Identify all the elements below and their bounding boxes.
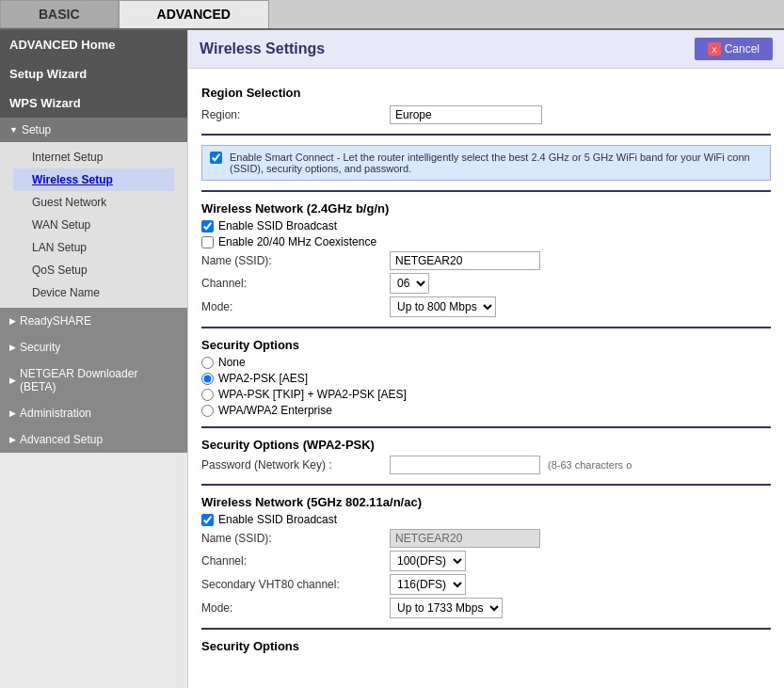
enable-2040-checkbox[interactable] [201,236,214,248]
sidebar-setup-group[interactable]: ▼ Setup [0,118,187,142]
content-area: Region Selection Region: Enable Smart Co… [188,69,784,666]
ssid-24-input[interactable] [390,251,540,270]
cancel-label: Cancel [725,42,760,56]
sidebar-setup-label: Setup [22,123,51,136]
channel-5g-label: Channel: [201,554,390,568]
security-combo-row: WPA-PSK [TKIP] + WPA2-PSK [AES] [201,388,771,401]
main-header: Wireless Settings x Cancel [188,30,784,69]
sidebar-netgear-downloader[interactable]: ▶ NETGEAR Downloader(BETA) [0,360,187,400]
ssid-5g-label: Name (SSID): [201,532,390,545]
smart-connect-row: Enable Smart Connect - Let the router in… [201,145,771,181]
sidebar-netgear-label: NETGEAR Downloader(BETA) [20,367,137,393]
sidebar-internet-setup[interactable]: Internet Setup [13,146,174,168]
sidebar-wan-setup[interactable]: WAN Setup [13,214,174,236]
enable-ssid-5g-label: Enable SSID Broadcast [218,513,337,526]
security-none-row: None [201,356,771,369]
enable-ssid-24-checkbox[interactable] [201,220,214,232]
mode-24-row: Mode: Up to 800 Mbps [201,296,771,317]
cancel-x-icon: x [708,42,721,56]
channel-24-select[interactable]: 06 [390,273,429,294]
secondary-vht80-row: Secondary VHT80 channel: 116(DFS) [201,574,771,595]
channel-5g-select[interactable]: 100(DFS) [390,551,466,571]
enable-ssid-24-row: Enable SSID Broadcast [201,219,771,232]
smart-connect-checkbox[interactable] [210,152,222,164]
secondary-vht80-label: Secondary VHT80 channel: [201,578,390,591]
ssid-24-label: Name (SSID): [201,254,390,267]
sidebar-setup-links: Internet Setup Wireless Setup Guest Netw… [0,142,187,308]
security-combo-radio[interactable] [201,389,214,401]
sidebar-wireless-setup[interactable]: Wireless Setup [13,168,174,191]
channel-24-label: Channel: [201,277,390,290]
enable-ssid-5g-checkbox[interactable] [201,514,214,526]
enable-ssid-24-label: Enable SSID Broadcast [218,219,337,232]
advanced-setup-triangle-icon: ▶ [9,435,16,444]
security-none-radio[interactable] [201,357,214,369]
security-options-title: Security Options [201,338,771,352]
security-enterprise-row: WPA/WPA2 Enterprise [201,404,771,417]
enable-2040-label: Enable 20/40 MHz Coexistence [218,235,376,248]
smart-connect-text: Enable Smart Connect - Let the router in… [230,152,762,174]
main-content: Wireless Settings x Cancel Region Select… [188,30,784,688]
mode-24-label: Mode: [201,300,390,313]
divider-4 [201,426,771,428]
region-label: Region: [201,108,390,121]
sidebar-setup-wizard[interactable]: Setup Wizard [0,59,187,88]
mode-5g-row: Mode: Up to 1733 Mbps [201,598,771,618]
sidebar-qos-setup[interactable]: QoS Setup [13,259,174,281]
advanced-tab[interactable]: ADVANCED [119,0,269,28]
sidebar-wps-wizard[interactable]: WPS Wizard [0,88,187,118]
region-section-title: Region Selection [201,86,771,100]
password-label: Password (Network Key) : [201,458,390,472]
mode-24-select[interactable]: Up to 800 Mbps [390,296,496,317]
sidebar-guest-network[interactable]: Guest Network [13,191,174,214]
security-options-5g-title: Security Options [201,639,771,653]
security-wpa2-radio[interactable] [201,373,214,385]
page-title: Wireless Settings [200,40,325,57]
divider-5 [201,484,771,486]
sidebar-device-name[interactable]: Device Name [13,281,174,304]
ssid-5g-row: Name (SSID): [201,529,771,548]
security-wpa2-row: WPA2-PSK [AES] [201,372,771,385]
netgear-triangle-icon: ▶ [9,376,16,385]
password-input[interactable] [390,456,540,474]
wireless-5g-title: Wireless Network (5GHz 802.11a/n/ac) [201,495,771,509]
ssid-5g-input[interactable] [390,529,540,548]
admin-triangle-icon: ▶ [9,408,16,418]
sidebar-readyshare[interactable]: ▶ ReadySHARE [0,308,187,334]
security-combo-label: WPA-PSK [TKIP] + WPA2-PSK [AES] [218,388,407,401]
region-row: Region: [201,105,771,124]
setup-triangle-icon: ▼ [9,125,18,135]
region-input[interactable] [390,105,542,124]
sidebar-advanced-setup[interactable]: ▶ Advanced Setup [0,426,187,453]
sidebar-admin-label: Administration [20,407,91,420]
ssid-24-row: Name (SSID): [201,251,771,270]
readyshare-triangle-icon: ▶ [9,316,16,326]
cancel-button[interactable]: x Cancel [695,38,773,60]
divider-6 [201,628,771,630]
mode-5g-select[interactable]: Up to 1733 Mbps [390,598,503,618]
sidebar-security[interactable]: ▶ Security [0,334,187,360]
enable-ssid-5g-row: Enable SSID Broadcast [201,513,771,526]
password-hint: (8-63 characters o [548,459,632,471]
wireless-24-title: Wireless Network (2.4GHz b/g/n) [201,201,771,216]
divider-3 [201,327,771,328]
sidebar-administration[interactable]: ▶ Administration [0,400,187,426]
security-wpa2psk-title: Security Options (WPA2-PSK) [201,438,771,452]
sidebar: ADVANCED Home Setup Wizard WPS Wizard ▼ … [0,30,188,688]
security-triangle-icon: ▶ [9,343,16,352]
security-enterprise-radio[interactable] [201,405,214,417]
sidebar-security-label: Security [20,341,60,354]
channel-24-row: Channel: 06 [201,273,771,294]
divider-1 [201,134,771,136]
sidebar-advanced-setup-label: Advanced Setup [20,433,103,446]
sidebar-readyshare-label: ReadySHARE [20,314,91,328]
sidebar-advanced-home[interactable]: ADVANCED Home [0,30,187,59]
basic-tab[interactable]: BASIC [0,0,119,28]
divider-2 [201,190,771,192]
channel-5g-row: Channel: 100(DFS) [201,551,771,571]
security-wpa2-label: WPA2-PSK [AES] [218,372,308,385]
enable-2040-row: Enable 20/40 MHz Coexistence [201,235,771,248]
secondary-vht80-select[interactable]: 116(DFS) [390,574,466,595]
sidebar-lan-setup[interactable]: LAN Setup [13,236,174,259]
security-none-label: None [218,356,246,369]
